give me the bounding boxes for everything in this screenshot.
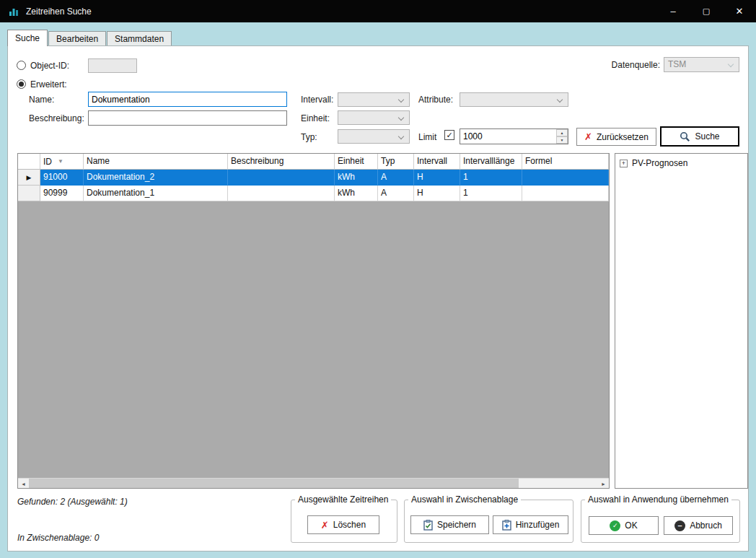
cell-id[interactable]: 90999	[40, 186, 84, 201]
app-window: Zeitreihen Suche – ▢ ✕ Suche Bearbeiten …	[0, 0, 756, 558]
grid-corner-cell	[18, 154, 40, 170]
row-header-cell[interactable]: ▶	[18, 170, 40, 186]
column-header-typ[interactable]: Typ	[378, 154, 414, 170]
column-header-name[interactable]: Name	[84, 154, 228, 170]
abbruch-button[interactable]: – Abbruch	[664, 516, 733, 535]
spin-down-icon: ▼	[561, 138, 564, 142]
column-header-beschreibung[interactable]: Beschreibung	[228, 154, 335, 170]
intervall-select[interactable]	[338, 92, 410, 107]
scrollbar-thumb[interactable]	[29, 479, 519, 489]
column-header-einheit[interactable]: Einheit	[335, 154, 378, 170]
spin-down-button[interactable]: ▼	[556, 136, 568, 144]
limit-input[interactable]	[460, 128, 568, 144]
cell-name[interactable]: Dokumentation_2	[84, 170, 228, 186]
maximize-button[interactable]: ▢	[690, 0, 723, 22]
row-header-cell[interactable]	[18, 186, 40, 201]
tree-node-pv-prognosen[interactable]: + PV-Prognosen	[615, 154, 747, 168]
chevron-down-icon	[728, 61, 734, 67]
limit-label: Limit	[418, 132, 436, 142]
results-grid: ID ▼ Name Beschreibung Einheit Typ Inter…	[17, 153, 610, 489]
cell-intervalllaenge[interactable]: 1	[460, 170, 522, 186]
app-icon	[7, 5, 20, 18]
cell-formel[interactable]	[522, 170, 609, 186]
horizontal-scrollbar[interactable]: ◄ ►	[18, 478, 609, 488]
ok-check-icon: ✓	[610, 520, 620, 531]
typ-select[interactable]	[338, 129, 410, 144]
loeschen-button[interactable]: ✗ Löschen	[307, 515, 379, 534]
column-header-formel[interactable]: Formel	[522, 154, 609, 170]
hinzufuegen-button[interactable]: Hinzufügen	[493, 515, 568, 534]
suche-label: Suche	[695, 131, 719, 141]
zuruecksetzen-button[interactable]: ✗ Zurücksetzen	[576, 128, 656, 146]
group-title: Auswahl in Zwischenablage	[408, 494, 521, 505]
cell-beschreibung[interactable]	[228, 186, 335, 201]
attribute-label: Attribute:	[418, 95, 453, 105]
chevron-down-icon	[398, 115, 404, 121]
titlebar: Zeitreihen Suche – ▢ ✕	[0, 0, 756, 22]
current-row-icon: ▶	[27, 174, 32, 181]
cell-intervall[interactable]: H	[414, 170, 460, 186]
datenquelle-select[interactable]: TSM	[664, 57, 739, 72]
scroll-right-button[interactable]: ►	[598, 479, 609, 489]
category-tree: + PV-Prognosen	[615, 153, 748, 489]
scroll-right-icon: ►	[601, 481, 606, 487]
tab-stammdaten[interactable]: Stammdaten	[107, 31, 172, 46]
object-id-radio[interactable]	[17, 61, 26, 70]
red-x-icon: ✗	[321, 520, 329, 531]
hinzufuegen-label: Hinzufügen	[516, 520, 560, 530]
typ-label: Typ:	[301, 132, 317, 142]
tab-strip: Suche Bearbeiten Stammdaten	[7, 30, 172, 46]
column-header-intervalllaenge[interactable]: Intervalllänge	[460, 154, 522, 170]
minimize-button[interactable]: –	[656, 0, 690, 22]
object-id-input[interactable]	[88, 58, 137, 73]
limit-checkbox[interactable]: ✓	[444, 130, 454, 140]
cell-name[interactable]: Dokumentation_1	[84, 186, 228, 201]
datenquelle-value: TSM	[668, 59, 686, 69]
table-row[interactable]: 90999 Dokumentation_1 kWh A H 1	[18, 186, 609, 201]
table-row[interactable]: ▶ 91000 Dokumentation_2 kWh A H 1	[18, 170, 609, 186]
column-header-id[interactable]: ID ▼	[40, 154, 84, 170]
cell-beschreibung[interactable]	[228, 170, 335, 186]
chevron-down-icon	[557, 97, 563, 103]
column-header-intervall[interactable]: Intervall	[414, 154, 460, 170]
cell-typ[interactable]: A	[378, 170, 414, 186]
name-label: Name:	[29, 95, 54, 105]
grid-header-row: ID ▼ Name Beschreibung Einheit Typ Inter…	[18, 154, 609, 170]
beschreibung-label: Beschreibung:	[29, 113, 84, 123]
scroll-left-button[interactable]: ◄	[18, 479, 29, 489]
cell-einheit[interactable]: kWh	[335, 170, 378, 186]
cell-id[interactable]: 91000	[40, 170, 84, 186]
cell-intervall[interactable]: H	[414, 186, 460, 201]
clipboard-count-status: In Zwischenablage: 0	[17, 533, 99, 543]
datenquelle-label: Datenquelle:	[608, 60, 660, 70]
tab-suche[interactable]: Suche	[7, 30, 48, 46]
spin-up-button[interactable]: ▲	[556, 129, 568, 136]
cell-einheit[interactable]: kWh	[335, 186, 378, 201]
loeschen-label: Löschen	[333, 520, 366, 530]
limit-spinner: ▲ ▼	[556, 129, 568, 144]
scroll-left-icon: ◄	[21, 481, 26, 487]
speichern-label: Speichern	[437, 520, 476, 530]
clipboard-add-icon	[502, 520, 511, 531]
red-x-icon: ✗	[584, 131, 592, 142]
cell-typ[interactable]: A	[378, 186, 414, 201]
erweitert-radio[interactable]	[17, 79, 26, 89]
group-title: Ausgewählte Zeitreihen	[295, 494, 391, 505]
close-button[interactable]: ✕	[723, 0, 756, 22]
ok-button[interactable]: ✓ OK	[589, 516, 659, 535]
ok-label: OK	[625, 520, 637, 531]
suche-button[interactable]: Suche	[660, 126, 739, 147]
tree-node-label: PV-Prognosen	[632, 158, 687, 168]
tab-bearbeiten[interactable]: Bearbeiten	[48, 31, 106, 46]
speichern-button[interactable]: Speichern	[410, 515, 489, 534]
cell-formel[interactable]	[522, 186, 609, 201]
attribute-select[interactable]	[460, 92, 568, 107]
einheit-label: Einheit:	[301, 113, 330, 123]
cell-intervalllaenge[interactable]: 1	[460, 186, 522, 201]
group-title: Auswahl in Anwendung übernehmen	[585, 494, 731, 505]
beschreibung-input[interactable]	[88, 110, 287, 126]
scrollbar-track[interactable]	[29, 479, 598, 488]
tree-expand-icon[interactable]: +	[620, 160, 628, 167]
name-input[interactable]	[88, 92, 287, 107]
einheit-select[interactable]	[338, 110, 410, 125]
